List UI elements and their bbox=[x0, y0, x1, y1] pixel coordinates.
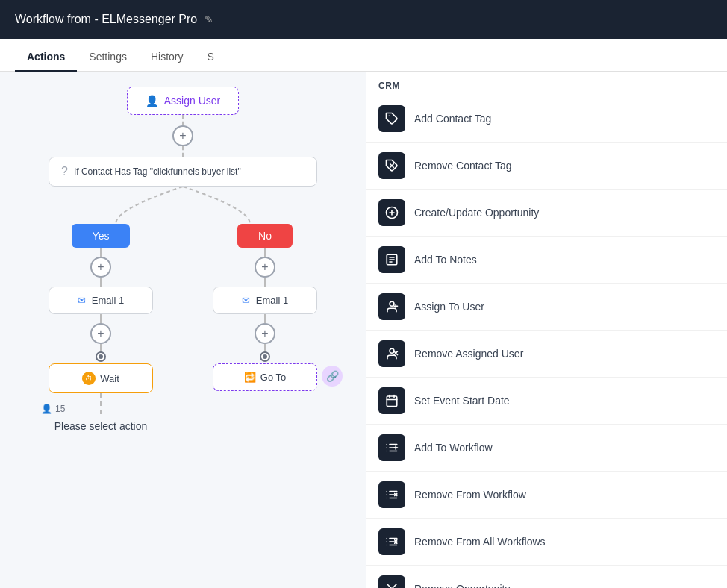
action-item-remove-opportunity[interactable]: Remove Opportunity bbox=[366, 566, 727, 588]
yes-connector-1 bbox=[100, 248, 102, 257]
assign-to-user-label: Assign To User bbox=[414, 301, 484, 313]
goto-label: Go To bbox=[260, 372, 286, 383]
yes-connector-4 bbox=[100, 344, 102, 353]
remove-from-workflow-icon bbox=[378, 481, 405, 508]
connector-2 bbox=[182, 146, 184, 157]
clock-icon: ⏱ bbox=[82, 372, 96, 385]
yes-button[interactable]: Yes bbox=[72, 224, 131, 248]
no-connector-2 bbox=[264, 278, 266, 287]
yes-add-button-2[interactable]: + bbox=[90, 323, 111, 344]
no-connector-1 bbox=[264, 248, 266, 257]
goto-node[interactable]: 🔁 Go To bbox=[213, 363, 317, 391]
remove-contact-tag-label: Remove Contact Tag bbox=[414, 160, 511, 172]
add-to-workflow-label: Add To Workflow bbox=[414, 442, 493, 454]
add-to-workflow-icon bbox=[378, 434, 405, 461]
assign-user-label: Assign User bbox=[164, 95, 220, 107]
action-list: Add Contact TagRemove Contact TagCreate/… bbox=[366, 96, 727, 588]
no-add-button-2[interactable]: + bbox=[255, 323, 275, 344]
connector-1 bbox=[182, 115, 184, 125]
remove-opportunity-label: Remove Opportunity bbox=[414, 583, 510, 588]
email-icon-1: ✉ bbox=[78, 295, 86, 306]
yes-connector-3 bbox=[100, 314, 102, 323]
add-to-notes-icon bbox=[378, 246, 405, 273]
app-header: Workflow from - ELMessenger Pro ✎ bbox=[0, 0, 727, 39]
add-button-1[interactable]: + bbox=[172, 125, 193, 146]
main-area: 👤 Assign User + ? If Contact Has Tag "cl… bbox=[0, 72, 727, 588]
no-connector-4 bbox=[264, 344, 266, 353]
remove-opportunity-icon bbox=[378, 575, 405, 588]
email-icon-2: ✉ bbox=[242, 295, 250, 306]
remove-assigned-user-icon bbox=[378, 340, 405, 367]
action-item-add-to-notes[interactable]: Add To Notes bbox=[366, 237, 727, 284]
action-item-add-contact-tag[interactable]: Add Contact Tag bbox=[366, 96, 727, 143]
create-update-opportunity-icon bbox=[378, 199, 405, 226]
user-badge: 👤 15 bbox=[41, 404, 65, 414]
workflow-canvas: 👤 Assign User + ? If Contact Has Tag "cl… bbox=[0, 72, 366, 588]
action-item-remove-assigned-user[interactable]: Remove Assigned User bbox=[366, 331, 727, 378]
link-icon[interactable]: 🔗 bbox=[322, 366, 343, 387]
yes-connector-5 bbox=[100, 393, 102, 414]
svg-point-10 bbox=[390, 301, 394, 306]
condition-icon: ? bbox=[61, 165, 68, 178]
tab-bar: Actions Settings History S bbox=[0, 39, 727, 72]
email-node-2[interactable]: ✉ Email 1 bbox=[213, 287, 317, 314]
no-branch: No + ✉ Email 1 + bbox=[213, 224, 317, 391]
remove-assigned-user-label: Remove Assigned User bbox=[414, 348, 523, 360]
action-item-remove-from-workflow[interactable]: Remove From Workflow bbox=[366, 472, 727, 519]
link-symbol: 🔗 bbox=[326, 370, 339, 382]
edit-icon[interactable]: ✎ bbox=[205, 13, 213, 25]
condition-label: If Contact Has Tag "clickfunnels buyer l… bbox=[74, 166, 241, 177]
please-select-label: Please select action bbox=[54, 420, 148, 432]
action-item-add-to-workflow[interactable]: Add To Workflow bbox=[366, 425, 727, 472]
no-dot bbox=[261, 353, 269, 360]
email-node-1[interactable]: ✉ Email 1 bbox=[49, 287, 153, 314]
svg-point-13 bbox=[390, 348, 394, 353]
user-icon-small: 👤 bbox=[41, 404, 52, 414]
action-item-create-update-opportunity[interactable]: Create/Update Opportunity bbox=[366, 190, 727, 237]
header-title: Workflow from - ELMessenger Pro bbox=[15, 13, 197, 26]
email-label-2: Email 1 bbox=[256, 295, 288, 306]
condition-node[interactable]: ? If Contact Has Tag "clickfunnels buyer… bbox=[49, 157, 317, 187]
action-panel: CRM Add Contact TagRemove Contact TagCre… bbox=[366, 72, 727, 588]
wait-node[interactable]: ⏱ Wait bbox=[49, 363, 153, 393]
svg-rect-16 bbox=[387, 396, 397, 407]
no-button[interactable]: No bbox=[237, 224, 293, 248]
remove-from-workflow-label: Remove From Workflow bbox=[414, 489, 526, 501]
no-connector-3 bbox=[264, 314, 266, 323]
remove-from-all-workflows-icon bbox=[378, 528, 405, 555]
yes-dot bbox=[97, 353, 104, 360]
action-item-set-event-start-date[interactable]: Set Event Start Date bbox=[366, 378, 727, 425]
assign-to-user-icon bbox=[378, 293, 405, 320]
action-item-assign-to-user[interactable]: Assign To User bbox=[366, 284, 727, 331]
wait-label: Wait bbox=[100, 373, 119, 384]
user-count: 15 bbox=[55, 404, 65, 414]
assign-user-node[interactable]: 👤 Assign User bbox=[127, 87, 239, 115]
tab-settings[interactable]: Settings bbox=[77, 43, 139, 72]
set-event-start-date-label: Set Event Start Date bbox=[414, 395, 510, 407]
tab-s[interactable]: S bbox=[196, 43, 226, 72]
remove-from-all-workflows-label: Remove From All Workflows bbox=[414, 536, 546, 548]
create-update-opportunity-label: Create/Update Opportunity bbox=[414, 207, 539, 219]
action-item-remove-from-all-workflows[interactable]: Remove From All Workflows bbox=[366, 519, 727, 566]
action-item-remove-contact-tag[interactable]: Remove Contact Tag bbox=[366, 143, 727, 190]
add-to-notes-label: Add To Notes bbox=[414, 254, 477, 266]
email-label-1: Email 1 bbox=[92, 295, 124, 306]
tab-actions[interactable]: Actions bbox=[15, 43, 77, 72]
goto-icon: 🔁 bbox=[244, 372, 256, 383]
remove-contact-tag-icon bbox=[378, 152, 405, 179]
yes-branch: Yes + ✉ Email 1 + bbox=[49, 224, 153, 432]
add-contact-tag-icon bbox=[378, 105, 405, 132]
tab-history[interactable]: History bbox=[139, 43, 196, 72]
yes-add-button[interactable]: + bbox=[90, 257, 111, 278]
yes-connector-2 bbox=[100, 278, 102, 287]
assign-user-icon: 👤 bbox=[146, 95, 158, 107]
no-add-button[interactable]: + bbox=[255, 257, 275, 278]
set-event-start-date-icon bbox=[378, 387, 405, 414]
section-crm-label: CRM bbox=[366, 72, 727, 96]
add-contact-tag-label: Add Contact Tag bbox=[414, 113, 491, 125]
